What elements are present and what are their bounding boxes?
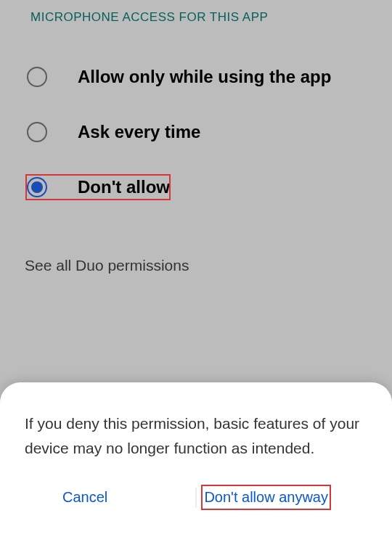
see-all-permissions-link[interactable]: See all Duo permissions: [0, 215, 392, 274]
cancel-button[interactable]: Cancel: [61, 485, 109, 510]
radio-icon-selected: [27, 177, 47, 197]
confirmation-sheet: If you deny this permission, basic featu…: [0, 382, 392, 542]
dont-allow-anyway-button[interactable]: Don't allow anyway: [201, 485, 331, 510]
option-allow-while-using[interactable]: Allow only while using the app: [0, 49, 392, 104]
radio-icon: [27, 67, 47, 87]
option-label: Don't allow: [78, 177, 170, 197]
permission-options: Allow only while using the app Ask every…: [0, 49, 392, 215]
option-dont-allow[interactable]: Don't allow: [0, 160, 392, 215]
radio-icon: [27, 122, 47, 142]
option-label: Ask every time: [78, 122, 200, 142]
divider: [196, 488, 197, 508]
sheet-message: If you deny this permission, basic featu…: [25, 411, 367, 460]
section-header: MICROPHONE ACCESS FOR THIS APP: [0, 0, 392, 25]
option-ask-every-time[interactable]: Ask every time: [0, 104, 392, 160]
sheet-actions: Cancel Don't allow anyway: [25, 485, 367, 510]
option-label: Allow only while using the app: [78, 67, 331, 87]
